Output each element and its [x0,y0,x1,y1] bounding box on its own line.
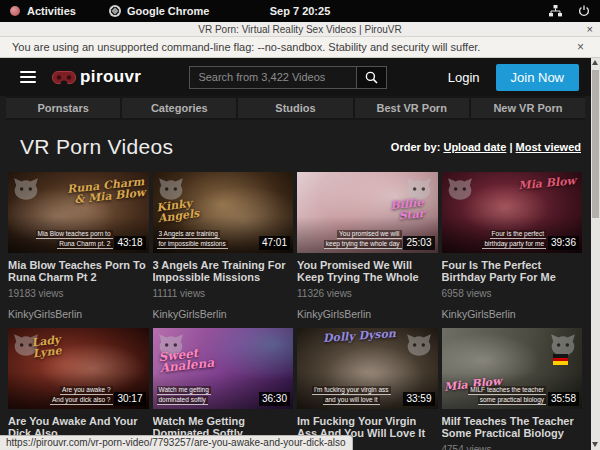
vr-headset-icon [52,71,76,84]
thumbnail-captions: 3 Angels are training for impossible mis… [157,230,258,249]
video-studio-link[interactable]: KinkyGirlsBerlin [297,308,438,320]
video-studio-link[interactable]: KinkyGirlsBerlin [8,308,149,320]
scrollbar-thumb[interactable] [592,70,599,218]
video-card[interactable]: Mia Blow Four is the perfect birthday pa… [442,172,583,320]
nav-item-best-vr-porn[interactable]: Best VR Porn [355,98,469,118]
video-thumbnail[interactable]: Kinky Angels 3 Angels are training for i… [153,172,294,253]
search-icon [365,71,378,84]
activities-button[interactable]: Activities [27,5,76,17]
login-link[interactable]: Login [448,70,480,85]
active-app-label: Google Chrome [127,5,210,17]
main-nav: Pornstars Categories Studios Best VR Por… [6,96,585,120]
nav-item-pornstars[interactable]: Pornstars [6,98,120,118]
video-title[interactable]: Mia Blow Teaches Porn To Runa Charm Pt 2 [8,259,149,283]
system-bar: Activities Google Chrome Sep 7 20:25 [0,0,600,22]
site-logo-text: pirouvr [80,67,141,87]
warning-infobar: You are using an unsupported command-lin… [0,37,600,58]
thumbnail-captions: Four is the perfect birthday party for m… [446,230,547,249]
nav-item-studios[interactable]: Studios [238,98,352,118]
video-card[interactable]: Sweet Analena Watch me getting dominated… [153,328,294,450]
duration-badge: 30:17 [114,392,145,406]
duration-badge: 25:03 [403,236,434,250]
video-card[interactable]: Runa Charm & Mia Blow Mia Blow teaches p… [8,172,149,320]
video-views: 11326 views [297,288,438,299]
status-url-bubble: https://pirouvr.com/vr-porn-video/779325… [0,435,353,450]
studio-cat-mask-logo [447,177,473,201]
thumbnail-model-name: Kinky Angels [155,194,221,225]
studio-cat-mask-logo [13,177,39,201]
video-title[interactable]: 3 Angels Are Training For Impossible Mis… [153,259,294,283]
order-by: Order by: Upload date | Most viewed [391,141,581,153]
duration-badge: 43:18 [114,236,145,250]
page-head: VR Porn Videos Order by: Upload date | M… [0,120,591,172]
warning-message: You are using an unsupported command-lin… [12,41,480,53]
thumbnail-captions: Mia Blow teaches porn to Runa Charm pt. … [12,230,113,249]
browser-viewport: pirouvr Login Join Now Pornstars Cate [0,58,600,450]
nav-item-new-vr-porn[interactable]: New VR Porn [471,98,585,118]
video-card[interactable]: Lady Lyne Are you awake ? And your dick … [8,328,149,450]
video-thumbnail[interactable]: Runa Charm & Mia Blow Mia Blow teaches p… [8,172,149,253]
distro-icon [10,6,20,16]
video-grid: Runa Charm & Mia Blow Mia Blow teaches p… [8,172,582,450]
video-title[interactable]: Milf Teaches The Teacher Some Practical … [442,415,583,439]
search-input[interactable] [189,66,357,89]
thumbnail-model-name: Billie Star [363,197,425,225]
active-app[interactable]: Google Chrome [109,5,210,17]
video-card[interactable]: Dolly Dyson I'm fucking your virgin ass … [297,328,438,450]
thumbnail-model-name: Runa Charm & Mia Blow [66,176,146,206]
thumbnail-captions: You promised we will keep trying the who… [301,230,402,249]
browser-tab-bar: VR Porn: Virtual Reality Sex Videos | Pi… [0,22,600,37]
power-icon[interactable] [578,5,590,17]
video-thumbnail[interactable]: Sweet Analena Watch me getting dominated… [153,328,294,409]
scroll-up-icon[interactable] [592,60,598,65]
thumbnail-captions: Are you awake ? And your dick also ? [12,386,113,405]
warning-close-icon[interactable]: × [577,40,588,54]
search-button[interactable] [357,66,387,89]
thumbnail-captions: Watch me getting dominated softly [157,386,258,405]
video-thumbnail[interactable]: Mia Blow Four is the perfect birthday pa… [442,172,583,253]
hamburger-menu-icon[interactable] [20,71,36,83]
video-studio-link[interactable]: KinkyGirlsBerlin [442,308,583,320]
studio-cat-mask-logo [406,333,432,357]
video-title[interactable]: You Promised We Will Keep Trying The Who… [297,259,438,283]
scrollbar[interactable] [591,58,600,450]
video-thumbnail[interactable]: Dolly Dyson I'm fucking your virgin ass … [297,328,438,409]
video-thumbnail[interactable]: Lady Lyne Are you awake ? And your dick … [8,328,149,409]
site-header: pirouvr Login Join Now [0,58,591,96]
thumbnail-model-name: Dolly Dyson [323,328,408,344]
order-separator: | [509,141,512,153]
chrome-icon [109,5,121,17]
thumbnail-captions: I'm fucking your virgin ass and you will… [301,386,402,405]
thumbnail-model-name: Lady Lyne [31,331,91,360]
video-thumbnail[interactable]: Mia Blow MILF teaches the teacher some p… [442,328,583,409]
video-views: 11111 views [153,288,294,299]
duration-badge: 33:59 [403,392,434,406]
duration-badge: 39:36 [548,236,579,250]
search-box [189,66,387,89]
video-title[interactable]: Four Is The Perfect Birthday Party For M… [442,259,583,283]
screen: Activities Google Chrome Sep 7 20:25 VR … [0,0,600,450]
order-most-viewed-link[interactable]: Most viewed [516,141,581,153]
clock[interactable]: Sep 7 20:25 [270,5,331,17]
site-logo[interactable]: pirouvr [52,67,141,87]
video-card[interactable]: Mia Blow MILF teaches the teacher some p… [442,328,583,450]
join-now-button[interactable]: Join Now [496,64,579,91]
thumbnail-model-name: Mia Blow [512,175,577,192]
network-icon[interactable] [549,5,562,17]
nav-item-categories[interactable]: Categories [122,98,236,118]
duration-badge: 47:01 [259,236,290,250]
thumbnail-captions: MILF teaches the teacher some practical … [446,386,547,405]
tab-close-icon[interactable]: × [587,22,593,37]
order-upload-date-link[interactable]: Upload date [443,141,506,153]
video-views: 4754 views [442,444,583,450]
video-card[interactable]: Kinky Angels 3 Angels are training for i… [153,172,294,320]
video-thumbnail[interactable]: Billie Star You promised we will keep tr… [297,172,438,253]
duration-badge: 35:58 [548,392,579,406]
video-views: 19183 views [8,288,149,299]
scroll-down-icon[interactable] [592,442,598,447]
video-studio-link[interactable]: KinkyGirlsBerlin [153,308,294,320]
tab-title[interactable]: VR Porn: Virtual Reality Sex Videos | Pi… [0,22,600,37]
german-flag [553,354,568,365]
video-card[interactable]: Billie Star You promised we will keep tr… [297,172,438,320]
order-by-label: Order by: [391,141,441,153]
